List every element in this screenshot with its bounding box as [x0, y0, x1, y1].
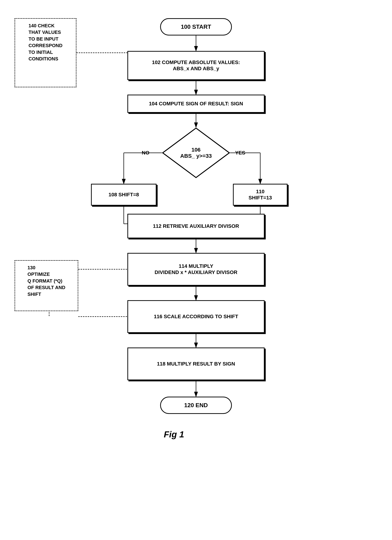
- multiply-node: 114 MULTIPLY DIVIDEND x * AUXILIARY DIVI…: [127, 253, 265, 286]
- scale-node: 116 SCALE ACCORDING TO SHIFT: [127, 300, 265, 333]
- decision-label: 106 ABS_ y>=33: [180, 147, 212, 159]
- shift8-node: 108 SHIFT=8: [91, 184, 156, 205]
- end-node: 120 END: [160, 397, 232, 414]
- compute-abs-node: 102 COMPUTE ABSOLUTE VALUES: ABS_x AND A…: [127, 51, 265, 80]
- diagram-container: 100 START 102 COMPUTE ABSOLUTE VALUES: A…: [0, 0, 392, 540]
- fig-label: Fig 1: [164, 429, 184, 439]
- optimize-node: 130 OPTIMIZE Q FORMAT (*Q) OF RESULT AND…: [15, 260, 78, 311]
- shift13-node: 110 SHIFT=13: [233, 184, 287, 205]
- mult-sign-node: 118 MULTIPLY RESULT BY SIGN: [127, 348, 265, 380]
- yes-label: YES: [233, 149, 247, 156]
- retrieve-node: 112 RETRIEVE AUXILIARY DIVISOR: [127, 214, 265, 238]
- start-node: 100 START: [160, 18, 232, 35]
- check-node: 140 CHECK THAT VALUES TO BE INPUT CORRES…: [15, 18, 76, 87]
- no-label: NO: [138, 149, 153, 156]
- decision-node: 106 ABS_ y>=33: [162, 127, 230, 178]
- compute-sign-node: 104 COMPUTE SIGN OF RESULT: SIGN: [127, 95, 265, 113]
